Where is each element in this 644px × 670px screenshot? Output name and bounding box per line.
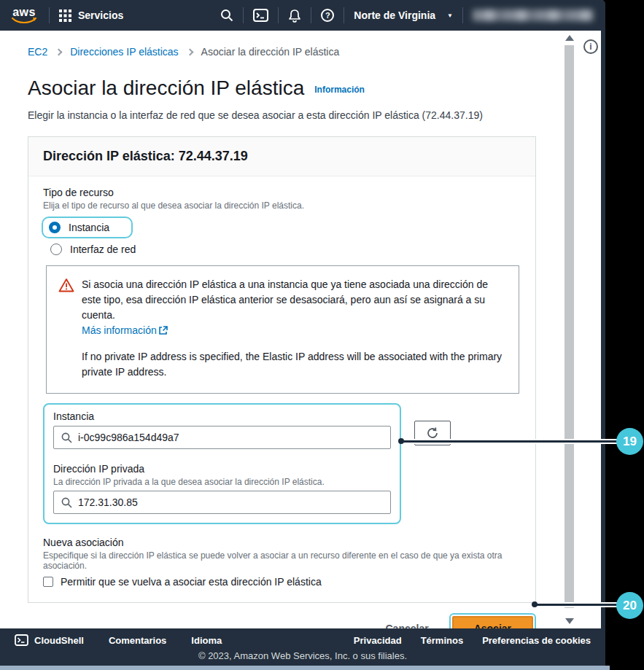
window-bottom-edge: [0, 666, 610, 670]
services-label: Servicios: [78, 9, 123, 21]
instance-radio-highlight: Instancia: [42, 217, 133, 238]
aws-smile-icon: [12, 17, 36, 24]
reassociation-checkbox-label[interactable]: Permitir que se vuelva a asociar esta di…: [61, 576, 322, 588]
instance-field-label: Instancia: [53, 410, 391, 422]
reassociation-label: Nueva asociación: [43, 537, 521, 548]
feedback-button[interactable]: Comentarios: [109, 635, 166, 646]
warning-note: If no private IP address is specified, t…: [82, 349, 505, 380]
private-ip-input[interactable]: [78, 496, 383, 508]
chevron-right-icon: [186, 48, 193, 55]
cookie-preferences-link[interactable]: Preferencias de cookies: [482, 635, 591, 646]
reassociation-checkbox[interactable]: [43, 577, 53, 587]
help-panel-strip: i: [576, 31, 605, 628]
page-title: Asociar la dirección IP elástica: [28, 77, 304, 100]
console-footer: CloudShell Comentarios Idioma Privacidad…: [0, 628, 605, 666]
search-button[interactable]: [220, 9, 233, 22]
callout-19-dot: [398, 438, 404, 444]
reassociation-description: Especifique si la dirección IP elástica …: [43, 550, 521, 571]
main-content: EC2 Direcciones IP elásticas Asociar la …: [0, 31, 562, 644]
instance-input-wrap: [53, 426, 391, 449]
network-interface-radio-row[interactable]: Interfaz de red: [43, 244, 521, 255]
external-link-icon: [158, 326, 168, 335]
cloudshell-footer-button[interactable]: CloudShell: [15, 634, 84, 646]
learn-more-link[interactable]: Más información: [82, 323, 168, 338]
notifications-button[interactable]: [288, 9, 301, 23]
breadcrumb-ec2[interactable]: EC2: [28, 46, 47, 58]
search-icon: [61, 497, 72, 508]
elastic-ip-card: Dirección IP elástica: 72.44.37.19 Tipo …: [28, 136, 536, 603]
aws-console-window: aws Servicios: [0, 0, 605, 670]
region-selector[interactable]: Norte de Virginia ▼: [354, 9, 453, 21]
chevron-down-icon: ▼: [447, 12, 453, 19]
top-navigation-bar: aws Servicios: [0, 0, 605, 31]
nav-divider: [311, 7, 311, 23]
callout-badge-19[interactable]: 19: [616, 428, 643, 455]
private-ip-description: La dirección IP privada a la que desea a…: [53, 477, 391, 487]
grid-icon: [59, 9, 71, 22]
copyright-text: © 2023, Amazon Web Services, Inc. o sus …: [0, 650, 605, 661]
callout-20-dot: [532, 601, 538, 607]
cloudshell-terminal-icon: [253, 9, 268, 22]
account-name-redacted: [473, 9, 594, 21]
page-subtitle: Elegir la instancia o la interfaz de red…: [28, 109, 535, 121]
instance-input[interactable]: [78, 432, 383, 443]
breadcrumb-current: Asociar la dirección IP elástica: [201, 46, 340, 58]
callout-badge-20[interactable]: 20: [616, 592, 643, 619]
help-icon: ?: [321, 9, 334, 22]
info-link[interactable]: Información: [314, 85, 365, 95]
warning-icon: [58, 278, 74, 292]
instance-radio[interactable]: [49, 222, 61, 233]
nav-divider: [344, 7, 344, 23]
help-button[interactable]: ?: [321, 9, 334, 22]
nav-divider: [243, 7, 244, 23]
nav-divider: [278, 7, 279, 23]
scroll-down-arrow-icon[interactable]: [565, 618, 574, 624]
chevron-right-icon: [55, 48, 63, 55]
reassociation-section: Nueva asociación Especifique si la direc…: [43, 537, 521, 588]
resource-type-label: Tipo de recurso: [43, 187, 521, 198]
callout-19-line: [401, 440, 618, 443]
private-ip-input-wrap: [53, 491, 391, 514]
aws-logo-text: aws: [12, 7, 36, 17]
privacy-link[interactable]: Privacidad: [354, 635, 402, 646]
refresh-icon: [426, 426, 439, 440]
search-icon: [220, 9, 233, 22]
card-header: Dirección IP elástica: 72.44.37.19: [28, 137, 535, 176]
cloudshell-button[interactable]: [253, 9, 268, 22]
services-menu-button[interactable]: Servicios: [59, 9, 123, 22]
search-icon: [61, 432, 72, 443]
warning-text: Si asocia una dirección IP elástica a un…: [82, 278, 488, 321]
warning-box: Si asocia una dirección IP elástica a un…: [46, 265, 519, 394]
breadcrumb-elastic-ips[interactable]: Direcciones IP elásticas: [70, 46, 178, 58]
private-ip-label: Dirección IP privada: [53, 463, 391, 475]
aws-logo[interactable]: aws: [12, 7, 36, 24]
bell-icon: [288, 9, 301, 23]
reassociation-checkbox-row[interactable]: Permitir que se vuelva a asociar esta di…: [43, 576, 521, 588]
instance-radio-label[interactable]: Instancia: [69, 222, 109, 233]
resource-type-section: Tipo de recurso Elija el tipo de recurso…: [43, 187, 521, 255]
network-interface-radio[interactable]: [50, 244, 62, 255]
scroll-up-arrow-icon[interactable]: [565, 35, 574, 41]
info-panel-icon[interactable]: i: [583, 39, 598, 54]
callout-20-line: [535, 604, 618, 606]
network-interface-radio-label[interactable]: Interfaz de red: [70, 244, 136, 255]
cloudshell-terminal-icon: [15, 634, 28, 646]
account-menu-button[interactable]: [473, 9, 594, 21]
breadcrumb: EC2 Direcciones IP elásticas Asociar la …: [28, 46, 562, 58]
language-button[interactable]: Idioma: [191, 635, 222, 646]
resource-type-description: Elija el tipo de recurso al que desea as…: [43, 200, 521, 211]
nav-divider: [49, 7, 50, 23]
fields-highlight-box: Instancia Dirección IP privada La direcc…: [43, 403, 401, 524]
nav-divider: [462, 7, 463, 23]
scrollbar-thumb[interactable]: [565, 45, 574, 608]
vertical-scrollbar[interactable]: [562, 31, 576, 628]
terms-link[interactable]: Términos: [421, 635, 464, 646]
region-label: Norte de Virginia: [354, 9, 435, 21]
